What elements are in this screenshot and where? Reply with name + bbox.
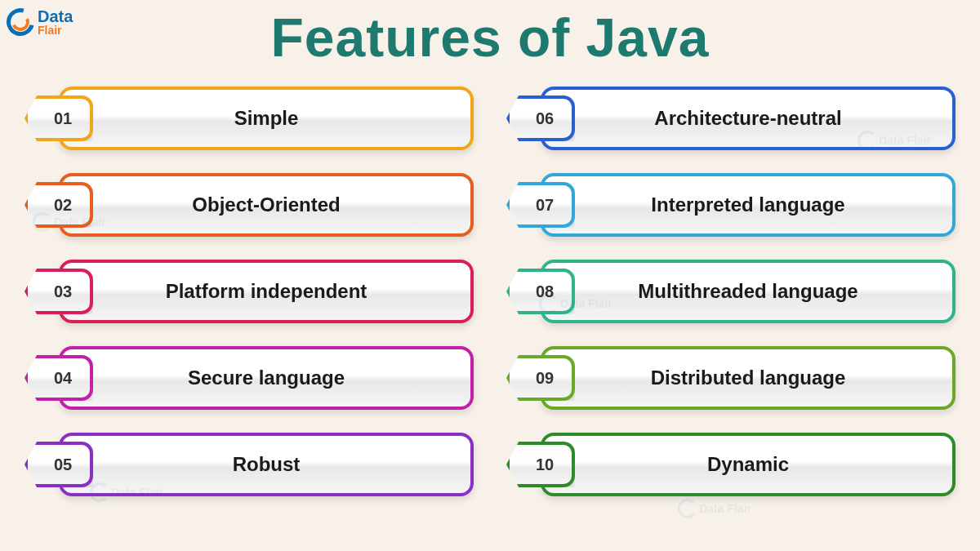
feature-item: Platform independent 03 (24, 260, 474, 323)
feature-number: 04 (24, 355, 93, 401)
feature-label: Platform independent (166, 280, 368, 303)
feature-body: Object-Oriented (59, 173, 474, 237)
feature-number: 10 (506, 442, 575, 487)
feature-number: 05 (24, 442, 93, 487)
feature-body: Secure language (59, 346, 474, 410)
watermark-icon: Data Flair (678, 499, 751, 518)
feature-label: Simple (234, 107, 299, 130)
feature-item: Dynamic 10 (506, 433, 956, 496)
feature-number: 07 (506, 182, 575, 228)
logo-text: Data Flair (38, 8, 73, 36)
watermark-icon: Data Flair (539, 294, 612, 313)
logo-line1: Data (38, 8, 73, 24)
feature-label: Architecture-neutral (654, 107, 841, 130)
feature-label: Secure language (188, 367, 345, 389)
feature-item: Simple 01 (24, 87, 474, 150)
feature-number: 09 (506, 355, 575, 401)
feature-label: Multithreaded language (638, 280, 858, 303)
feature-label: Object-Oriented (192, 193, 340, 216)
feature-number: 06 (506, 96, 575, 141)
watermark-icon: Data Flair (90, 482, 163, 502)
feature-body: Interpreted language (541, 173, 956, 237)
logo-icon (7, 8, 34, 36)
feature-body: Multithreaded language (541, 260, 956, 323)
feature-label: Distributed language (651, 367, 846, 389)
logo-line2: Flair (38, 24, 73, 36)
left-column: Simple 01 Object-Oriented 02 Platform in… (24, 87, 474, 496)
feature-body: Dynamic (541, 433, 956, 496)
feature-label: Robust (233, 453, 301, 476)
feature-item: Secure language 04 (24, 346, 474, 410)
watermark-icon: Data Flair (33, 212, 106, 232)
feature-item: Multithreaded language 08 (506, 260, 956, 323)
feature-number: 01 (24, 96, 93, 141)
watermark-icon: Data Flair (858, 131, 931, 150)
feature-label: Dynamic (707, 453, 789, 476)
feature-body: Platform independent (59, 260, 474, 323)
feature-body: Simple (59, 87, 474, 150)
feature-body: Distributed language (541, 346, 956, 410)
feature-number: 03 (24, 269, 93, 314)
feature-item: Interpreted language 07 (506, 173, 956, 237)
feature-item: Distributed language 09 (506, 346, 956, 410)
brand-logo: Data Flair (7, 8, 73, 36)
feature-label: Interpreted language (651, 193, 844, 216)
